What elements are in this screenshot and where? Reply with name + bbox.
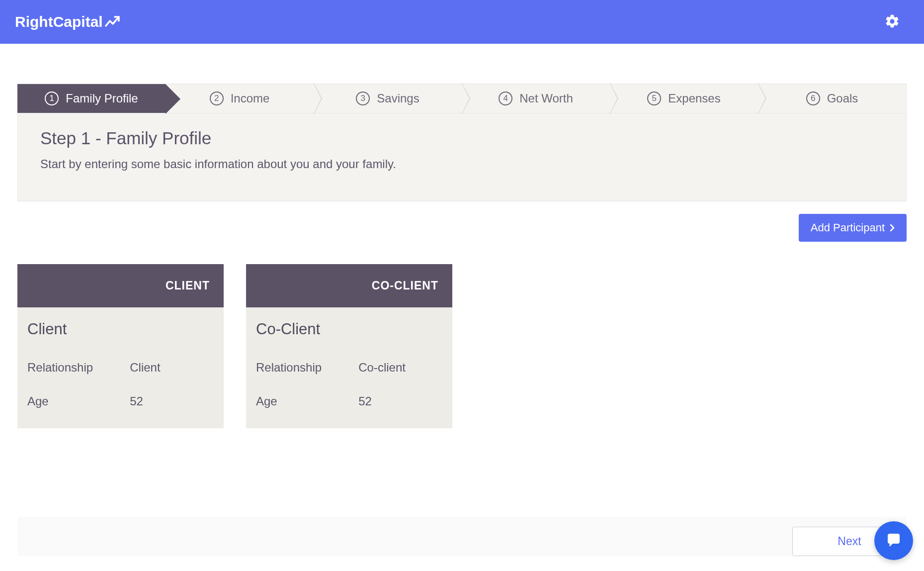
participant-cards: CLIENT Client Relationship Client Age 52… bbox=[17, 264, 907, 428]
card-row-age: Age 52 bbox=[256, 394, 442, 408]
card-title: Co-Client bbox=[256, 320, 442, 338]
relationship-label: Relationship bbox=[27, 361, 130, 375]
wizard-footer: Next bbox=[17, 517, 907, 556]
step-number: 4 bbox=[499, 92, 512, 105]
chat-launcher[interactable] bbox=[874, 521, 913, 560]
card-body: Client Relationship Client Age 52 bbox=[17, 307, 224, 428]
settings-button[interactable] bbox=[880, 9, 904, 35]
age-value: 52 bbox=[130, 394, 143, 408]
step-number: 5 bbox=[647, 92, 661, 105]
relationship-value: Client bbox=[130, 361, 160, 375]
age-value: 52 bbox=[358, 394, 372, 408]
step-label: Family Profile bbox=[66, 92, 138, 105]
logo-arrow-icon bbox=[105, 15, 121, 29]
logo-text: RightCapital bbox=[15, 13, 103, 30]
wizard-stepper: 1 Family Profile 2 Income 3 Savings 4 Ne… bbox=[17, 84, 907, 113]
step-label: Net Worth bbox=[519, 92, 573, 105]
add-participant-button[interactable]: Add Participant bbox=[799, 214, 907, 242]
card-header: CLIENT bbox=[17, 264, 224, 307]
app-header: RightCapital bbox=[0, 0, 924, 44]
main-content: 1 Family Profile 2 Income 3 Savings 4 Ne… bbox=[0, 84, 924, 428]
card-row-relationship: Relationship Client bbox=[27, 361, 214, 375]
age-label: Age bbox=[256, 394, 358, 408]
app-logo: RightCapital bbox=[15, 13, 121, 30]
chevron-right-icon bbox=[890, 224, 895, 232]
card-row-age: Age 52 bbox=[27, 394, 214, 408]
card-row-relationship: Relationship Co-client bbox=[256, 361, 442, 375]
card-title: Client bbox=[27, 320, 214, 338]
page-subtitle: Start by entering some basic information… bbox=[40, 157, 884, 171]
participant-card-co-client[interactable]: CO-CLIENT Co-Client Relationship Co-clie… bbox=[246, 264, 452, 428]
intro-panel: Step 1 - Family Profile Start by enterin… bbox=[17, 113, 907, 201]
add-participant-label: Add Participant bbox=[811, 221, 885, 234]
age-label: Age bbox=[27, 394, 130, 408]
step-label: Goals bbox=[827, 92, 858, 105]
step-savings[interactable]: 3 Savings bbox=[314, 84, 462, 113]
step-number: 2 bbox=[210, 92, 224, 105]
step-label: Expenses bbox=[668, 92, 720, 105]
gear-icon bbox=[884, 13, 900, 29]
page-title: Step 1 - Family Profile bbox=[40, 128, 884, 148]
card-header: CO-CLIENT bbox=[246, 264, 452, 307]
relationship-label: Relationship bbox=[256, 361, 358, 375]
next-label: Next bbox=[838, 535, 861, 548]
chat-icon bbox=[885, 532, 903, 550]
step-family-profile[interactable]: 1 Family Profile bbox=[17, 84, 166, 113]
step-label: Income bbox=[231, 92, 270, 105]
step-number: 1 bbox=[45, 92, 59, 105]
step-number: 6 bbox=[806, 92, 820, 105]
step-goals[interactable]: 6 Goals bbox=[758, 84, 906, 113]
add-participant-row: Add Participant bbox=[17, 214, 907, 242]
step-net-worth[interactable]: 4 Net Worth bbox=[462, 84, 610, 113]
step-income[interactable]: 2 Income bbox=[166, 84, 314, 113]
participant-card-client[interactable]: CLIENT Client Relationship Client Age 52 bbox=[17, 264, 224, 428]
step-number: 3 bbox=[356, 92, 370, 105]
card-body: Co-Client Relationship Co-client Age 52 bbox=[246, 307, 452, 428]
step-label: Savings bbox=[377, 92, 419, 105]
step-expenses[interactable]: 5 Expenses bbox=[610, 84, 758, 113]
svg-rect-1 bbox=[889, 536, 898, 542]
relationship-value: Co-client bbox=[358, 361, 406, 375]
